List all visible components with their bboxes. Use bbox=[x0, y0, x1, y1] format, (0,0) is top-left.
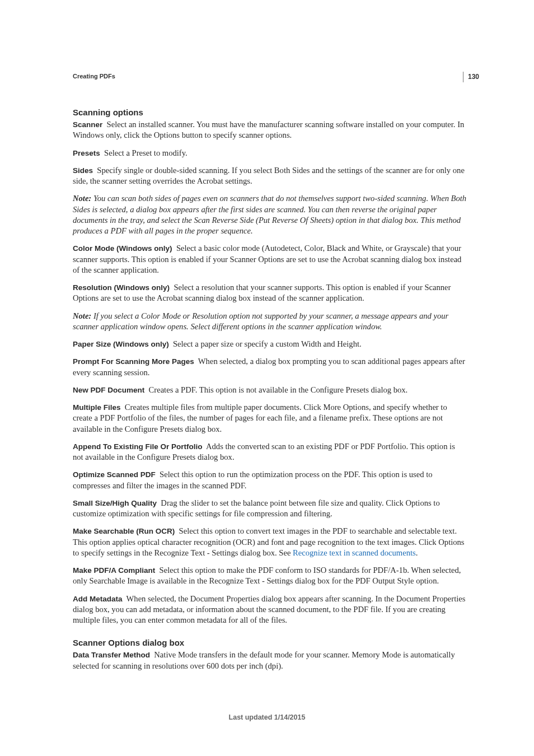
entry-label: Color Mode (Windows only) bbox=[73, 244, 172, 253]
entry-text: Select a Preset to modify. bbox=[104, 148, 188, 157]
entry-presets: Presets Select a Preset to modify. bbox=[73, 148, 467, 158]
entry-label: Paper Size (Windows only) bbox=[73, 340, 169, 348]
entry-text: Select an installed scanner. You must ha… bbox=[73, 120, 464, 139]
entry-add-metadata: Add Metadata When selected, the Document… bbox=[73, 594, 467, 626]
entry-new-pdf-document: New PDF Document Creates a PDF. This opt… bbox=[73, 385, 467, 395]
note-both-sides: Note: You can scan both sides of pages e… bbox=[73, 193, 467, 236]
entry-pdfa-compliant: Make PDF/A Compliant Select this option … bbox=[73, 565, 467, 587]
entry-text: When selected, the Document Properties d… bbox=[73, 594, 465, 625]
entry-data-transfer-method: Data Transfer Method Native Mode transfe… bbox=[73, 650, 467, 671]
entry-label: Add Metadata bbox=[73, 595, 123, 603]
section-title-scanning-options: Scanning options bbox=[73, 108, 467, 117]
entry-label: Resolution (Windows only) bbox=[73, 283, 170, 292]
entry-label: Multiple Files bbox=[73, 403, 121, 412]
entry-color-mode: Color Mode (Windows only) Select a basic… bbox=[73, 243, 467, 276]
entry-text: Specify single or double-sided scanning.… bbox=[73, 166, 465, 185]
entry-text-tail: . bbox=[416, 548, 418, 557]
entry-append-existing: Append To Existing File Or Portfolio Add… bbox=[73, 441, 467, 463]
entry-label: Data Transfer Method bbox=[73, 651, 150, 659]
entry-text: Select a paper size or specify a custom … bbox=[173, 339, 362, 348]
entry-label: Append To Existing File Or Portfolio bbox=[73, 442, 203, 451]
note-color-resolution: Note: If you select a Color Mode or Reso… bbox=[73, 311, 467, 333]
note-label: Note: bbox=[73, 311, 91, 320]
entry-resolution: Resolution (Windows only) Select a resol… bbox=[73, 282, 467, 304]
entry-scanner: Scanner Select an installed scanner. You… bbox=[73, 119, 467, 141]
entry-sides: Sides Specify single or double-sided sca… bbox=[73, 165, 467, 187]
entry-label: Presets bbox=[73, 149, 100, 157]
entry-label: Make Searchable (Run OCR) bbox=[73, 527, 175, 535]
entry-text: Creates multiple files from multiple pap… bbox=[73, 403, 447, 433]
entry-prompt-more-pages: Prompt For Scanning More Pages When sele… bbox=[73, 356, 467, 378]
note-text: You can scan both sides of pages even on… bbox=[73, 194, 466, 235]
entry-optimize-scanned: Optimize Scanned PDF Select this option … bbox=[73, 469, 467, 491]
chapter-heading: Creating PDFs bbox=[73, 73, 467, 80]
entry-small-size-high-quality: Small Size/High Quality Drag the slider … bbox=[73, 498, 467, 520]
entry-text: Creates a PDF. This option is not availa… bbox=[149, 385, 408, 394]
footer-last-updated: Last updated 1/14/2015 bbox=[0, 713, 534, 721]
page-number: 130 bbox=[463, 72, 479, 82]
note-label: Note: bbox=[73, 194, 91, 203]
entry-label: Small Size/High Quality bbox=[73, 499, 157, 507]
section-title-scanner-options: Scanner Options dialog box bbox=[73, 638, 467, 647]
entry-paper-size: Paper Size (Windows only) Select a paper… bbox=[73, 339, 467, 349]
entry-label: Make PDF/A Compliant bbox=[73, 566, 155, 575]
entry-multiple-files: Multiple Files Creates multiple files fr… bbox=[73, 402, 467, 435]
entry-make-searchable: Make Searchable (Run OCR) Select this op… bbox=[73, 526, 467, 558]
entry-label: Scanner bbox=[73, 120, 102, 129]
link-recognize-text[interactable]: Recognize text in scanned documents bbox=[293, 548, 416, 557]
entry-label: Sides bbox=[73, 166, 93, 175]
entry-label: Optimize Scanned PDF bbox=[73, 470, 156, 479]
entry-label: Prompt For Scanning More Pages bbox=[73, 357, 194, 366]
note-text: If you select a Color Mode or Resolution… bbox=[73, 311, 448, 331]
entry-label: New PDF Document bbox=[73, 386, 144, 394]
